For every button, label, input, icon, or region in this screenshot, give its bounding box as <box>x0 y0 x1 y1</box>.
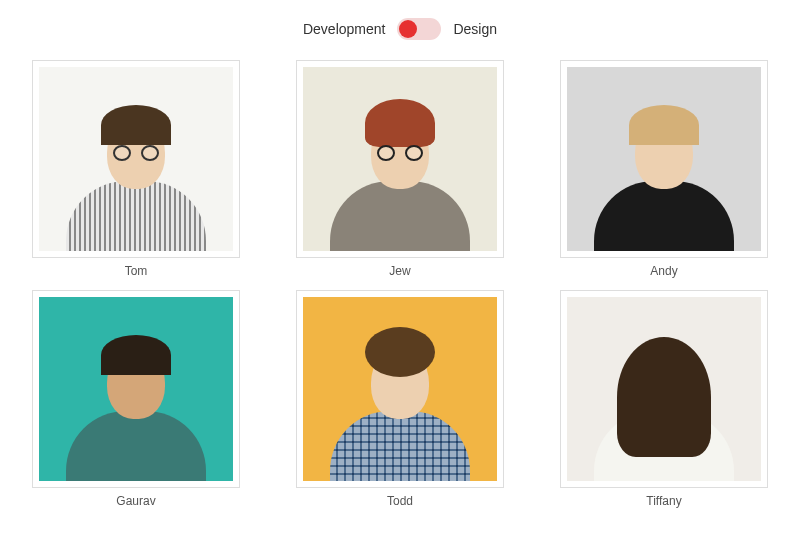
team-name: Todd <box>387 494 413 508</box>
team-card: Tiffany <box>552 290 776 508</box>
team-photo-andy <box>567 67 761 251</box>
team-name: Jew <box>389 264 410 278</box>
team-photo-todd <box>303 297 497 481</box>
team-grid: Tom Jew <box>0 60 800 508</box>
team-photo-jew <box>303 67 497 251</box>
toggle-label-right: Design <box>453 21 497 37</box>
team-card: Jew <box>288 60 512 278</box>
photo-frame <box>296 60 504 258</box>
photo-frame <box>32 290 240 488</box>
toggle-knob <box>399 20 417 38</box>
team-card: Tom <box>24 60 248 278</box>
team-card: Gaurav <box>24 290 248 508</box>
team-photo-tiffany <box>567 297 761 481</box>
team-name: Gaurav <box>116 494 155 508</box>
team-photo-gaurav <box>39 297 233 481</box>
toggle-label-left: Development <box>303 21 386 37</box>
team-name: Tom <box>125 264 148 278</box>
team-name: Andy <box>650 264 677 278</box>
team-card: Todd <box>288 290 512 508</box>
team-name: Tiffany <box>646 494 681 508</box>
category-toggle[interactable] <box>397 18 441 40</box>
photo-frame <box>560 60 768 258</box>
category-toggle-section: Development Design <box>0 0 800 60</box>
team-card: Andy <box>552 60 776 278</box>
photo-frame <box>560 290 768 488</box>
photo-frame <box>32 60 240 258</box>
photo-frame <box>296 290 504 488</box>
team-photo-tom <box>39 67 233 251</box>
